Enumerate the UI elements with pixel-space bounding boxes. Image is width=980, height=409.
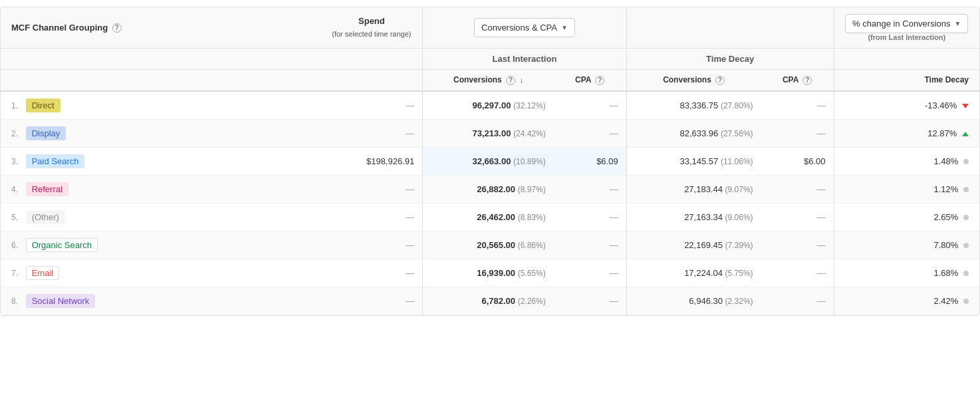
pct-change-value: 2.42% (934, 296, 959, 306)
td-conv-help-icon[interactable]: ? (715, 76, 725, 85)
table-row: 2. Display — 73,213.00 (24.42%) — 82,633… (1, 119, 979, 147)
table-row: 6. Organic Search — 20,565.00 (6.86%) — … (1, 231, 979, 259)
td-conv-pct: (2.32%) (725, 297, 753, 306)
li-conv-cell: 20,565.00 (6.86%) (423, 231, 554, 259)
td-conv-cell: 27,183.44 (9.07%) (626, 175, 761, 203)
td-conv-cell: 22,169.45 (7.39%) (626, 231, 761, 259)
channel-cell: 6. Organic Search (1, 231, 321, 259)
li-conv-cell: 26,882.00 (8.97%) (423, 175, 554, 203)
li-conv-cell: 26,462.00 (8.83%) (423, 203, 554, 231)
pct-change-cell: 7.80% (834, 231, 979, 259)
li-cpa-cell: — (554, 175, 626, 203)
li-cpa-value: — (610, 128, 618, 138)
li-conv-pct: (2.26%) (518, 297, 546, 306)
pct-change-value: 12.87% (927, 128, 957, 138)
spend-value: — (406, 212, 414, 222)
pct-change-dropdown[interactable]: % change in Conversions ▼ (845, 14, 968, 33)
td-cpa-cell: — (761, 91, 834, 120)
li-conv-cell: 32,663.00 (10.89%) (423, 147, 554, 175)
td-conv-pct: (27.80%) (721, 101, 753, 110)
spend-cell: — (321, 231, 423, 259)
li-cpa-value: — (610, 184, 618, 194)
li-conv-value: 32,663.00 (473, 156, 511, 166)
td-conv-cell: 83,336.75 (27.80%) (626, 91, 761, 120)
td-cpa-cell: $6.00 (761, 147, 834, 175)
pct-change-label: % change in Conversions (852, 19, 950, 29)
row-number: 1. (11, 101, 18, 110)
pct-change-value: 7.80% (934, 240, 959, 250)
td-cpa-value: — (817, 184, 826, 194)
li-conv-value: 73,213.00 (473, 128, 511, 138)
channel-col-header: MCF Channel Grouping ? (1, 7, 321, 49)
li-conv-help-icon[interactable]: ? (506, 76, 515, 85)
pct-change-cell: 1.12% (834, 175, 979, 203)
td-cpa-cell: — (761, 259, 834, 287)
li-cpa-subheader: CPA ? (554, 70, 626, 91)
td-cpa-label: CPA (783, 75, 798, 84)
spend-cell: — (321, 203, 423, 231)
channel-label[interactable]: Email (26, 266, 60, 280)
conversions-cpa-label: Conversions & CPA (481, 23, 557, 33)
spend-value: — (406, 184, 414, 194)
channel-label[interactable]: Paid Search (26, 154, 85, 168)
li-conv-pct: (10.89%) (513, 157, 546, 166)
li-cpa-value: — (610, 296, 618, 306)
time-decay-change-subheader: Time Decay (834, 70, 979, 91)
channel-label[interactable]: Organic Search (26, 238, 98, 252)
td-conv-value: 83,336.75 (679, 100, 718, 110)
arrow-neutral-icon (963, 271, 969, 276)
conversions-cpa-dropdown[interactable]: Conversions & CPA ▼ (474, 18, 575, 37)
spend-value: — (406, 128, 414, 138)
td-cpa-subheader: CPA ? (761, 70, 834, 91)
header-row-2: Last Interaction Time Decay (1, 49, 979, 70)
table-row: 3. Paid Search $198,926.91 32,663.00 (10… (1, 147, 979, 175)
from-last-interaction-note: (from Last Interaction) (841, 33, 973, 41)
empty-spend-subheader (321, 70, 423, 91)
td-conv-value: 27,183.44 (684, 184, 723, 194)
li-conv-cell: 73,213.00 (24.42%) (423, 119, 554, 147)
empty-spend-header (321, 49, 423, 70)
pct-change-arrow-icon: ▼ (955, 20, 961, 27)
li-cpa-cell: — (554, 231, 626, 259)
table-row: 1. Direct — 96,297.00 (32.12%) — 83,336.… (1, 91, 979, 120)
td-conversions-label: Conversions (663, 75, 711, 84)
channel-help-icon[interactable]: ? (112, 23, 122, 33)
li-cpa-value: — (610, 100, 618, 110)
td-cpa-help-icon[interactable]: ? (802, 76, 812, 85)
li-cpa-help-icon[interactable]: ? (595, 76, 604, 85)
table-row: 7. Email — 16,939.00 (5.65%) — 17,224.04… (1, 259, 979, 287)
arrow-neutral-icon (963, 243, 969, 248)
td-cpa-value: — (817, 100, 826, 110)
li-conv-pct: (6.86%) (518, 241, 546, 250)
time-decay-group: Time Decay (626, 49, 834, 70)
last-interaction-group: Last Interaction (423, 49, 626, 70)
channel-label[interactable]: Social Network (26, 294, 96, 308)
channel-label[interactable]: Display (26, 126, 66, 140)
li-cpa-label: CPA (575, 75, 591, 84)
spend-value: — (406, 100, 414, 110)
td-conv-pct: (9.07%) (725, 185, 753, 194)
pct-change-cell: 12.87% (834, 119, 979, 147)
channel-label[interactable]: Direct (26, 98, 61, 112)
channel-label[interactable]: (Other) (26, 210, 65, 224)
time-decay-label: Time Decay (706, 54, 754, 64)
row-number: 7. (11, 269, 18, 278)
arrow-neutral-icon (963, 187, 969, 192)
channel-cell: 5. (Other) (1, 203, 321, 231)
li-conv-value: 96,297.00 (473, 100, 511, 110)
li-conv-sort-icon[interactable]: ↓ (519, 76, 523, 84)
row-number: 6. (11, 241, 18, 250)
header-row-1: MCF Channel Grouping ? Spend (for select… (1, 7, 979, 49)
td-cpa-cell: — (761, 203, 834, 231)
td-conv-value: 17,224.04 (684, 268, 723, 278)
row-number: 5. (11, 213, 18, 222)
td-conv-value: 6,946.30 (689, 296, 723, 306)
dropdown-arrow-icon: ▼ (561, 24, 568, 31)
channel-label[interactable]: Referral (26, 182, 68, 196)
td-conv-cell: 27,163.34 (9.06%) (626, 203, 761, 231)
li-conv-value: 26,882.00 (477, 184, 515, 194)
arrow-up-icon (962, 132, 969, 136)
table-row: 4. Referral — 26,882.00 (8.97%) — 27,183… (1, 175, 979, 203)
main-table-wrapper: MCF Channel Grouping ? Spend (for select… (0, 7, 980, 316)
pct-change-dropdown-cell: % change in Conversions ▼ (from Last Int… (834, 7, 979, 49)
